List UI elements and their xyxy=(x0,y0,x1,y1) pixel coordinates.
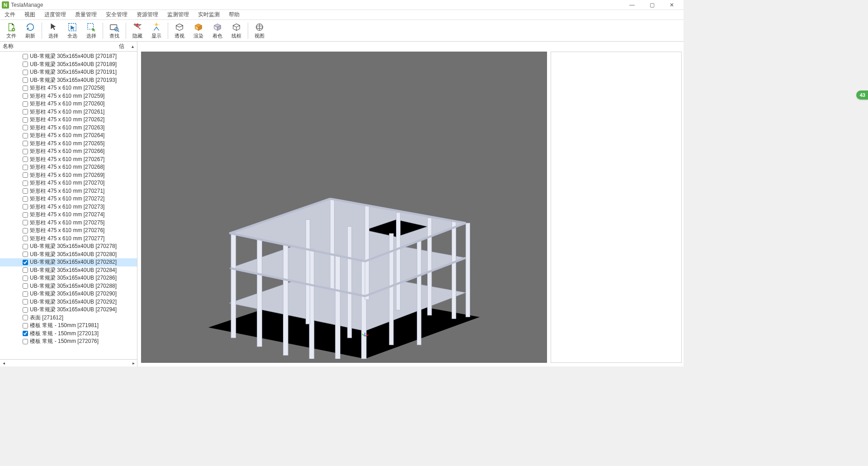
tree-item-checkbox[interactable] xyxy=(23,307,28,313)
tree-item[interactable]: UB-常规梁 305x165x40UB [270278] xyxy=(0,243,137,251)
tree-item[interactable]: UB-常规梁 305x165x40UB [270286] xyxy=(0,274,137,282)
tree-item-checkbox[interactable] xyxy=(23,252,28,257)
render-button[interactable]: 渲染 xyxy=(189,21,208,41)
tree-item-checkbox[interactable] xyxy=(23,101,28,107)
show-button[interactable]: 显示 xyxy=(147,21,166,41)
tree-item[interactable]: 矩形柱 475 x 610 mm [270266] xyxy=(0,147,137,156)
menu-item[interactable]: 资源管理 xyxy=(135,10,160,19)
menu-item[interactable]: 实时监测 xyxy=(196,10,222,19)
tree-item[interactable]: UB-常规梁 305x165x40UB [270187] xyxy=(0,52,137,61)
tree-item-checkbox[interactable] xyxy=(23,236,28,241)
tree-item-checkbox[interactable] xyxy=(23,165,28,170)
tree-item-checkbox[interactable] xyxy=(23,323,28,328)
tree-item-checkbox[interactable] xyxy=(23,86,28,91)
tree-item[interactable]: 矩形柱 475 x 610 mm [270261] xyxy=(0,108,137,116)
tree-item-checkbox[interactable] xyxy=(23,204,28,209)
tree-item-checkbox[interactable] xyxy=(23,276,28,281)
tree-item[interactable]: 矩形柱 475 x 610 mm [270274] xyxy=(0,211,137,219)
tree-item[interactable]: 矩形柱 475 x 610 mm [270258] xyxy=(0,84,137,92)
tree-item[interactable]: 楼板 常规 - 150mm [271981] xyxy=(0,322,137,330)
tree-item[interactable]: 矩形柱 475 x 610 mm [270269] xyxy=(0,171,137,180)
tree-item[interactable]: UB-常规梁 305x165x40UB [270288] xyxy=(0,282,137,290)
menu-item[interactable]: 视图 xyxy=(23,10,37,19)
tree-item[interactable]: 矩形柱 475 x 610 mm [270273] xyxy=(0,203,137,211)
tree-item-checkbox[interactable] xyxy=(23,228,28,233)
tree-header-sort-icon[interactable]: ▲ xyxy=(131,44,137,49)
select-all-button[interactable]: 全选 xyxy=(63,21,82,41)
hscroll-left-button[interactable]: ◂ xyxy=(0,361,7,366)
tree-item-checkbox[interactable] xyxy=(23,212,28,218)
tree-item-checkbox[interactable] xyxy=(23,117,28,123)
refresh-button[interactable]: 刷新 xyxy=(21,21,40,41)
3d-viewport[interactable] xyxy=(141,52,547,363)
tree-header-info[interactable]: 信 xyxy=(119,43,131,50)
tree-item-checkbox[interactable] xyxy=(23,299,28,304)
tree-item[interactable]: 矩形柱 475 x 610 mm [270263] xyxy=(0,124,137,132)
tree-item-checkbox[interactable] xyxy=(23,315,28,320)
tree-item[interactable]: 矩形柱 475 x 610 mm [270276] xyxy=(0,227,137,235)
tree-item[interactable]: 矩形柱 475 x 610 mm [270270] xyxy=(0,179,137,187)
perspective-button[interactable]: 透视 xyxy=(170,21,189,41)
tree-item[interactable]: 矩形柱 475 x 610 mm [270275] xyxy=(0,219,137,227)
menu-item[interactable]: 监测管理 xyxy=(165,10,191,19)
tree-item[interactable]: 矩形柱 475 x 610 mm [270262] xyxy=(0,116,137,124)
tree-item[interactable]: 矩形柱 475 x 610 mm [270264] xyxy=(0,132,137,140)
menu-item[interactable]: 质量管理 xyxy=(73,10,99,19)
tree-item-checkbox[interactable] xyxy=(23,196,28,202)
tree-item[interactable]: 矩形柱 475 x 610 mm [270268] xyxy=(0,163,137,171)
tree-item[interactable]: UB-常规梁 305x165x40UB [270189] xyxy=(0,61,137,69)
tree-item-checkbox[interactable] xyxy=(23,149,28,154)
find-button[interactable]: 查找 xyxy=(105,21,124,41)
tree-item-checkbox[interactable] xyxy=(23,283,28,289)
select-button[interactable]: 选择 xyxy=(82,21,101,41)
menu-item[interactable]: 进度管理 xyxy=(42,10,68,19)
pointer-button[interactable]: 选择 xyxy=(44,21,63,41)
tree-item-checkbox[interactable] xyxy=(23,77,28,83)
tree-item-checkbox[interactable] xyxy=(23,339,28,344)
hide-button[interactable]: 隐藏 xyxy=(128,21,147,41)
hscroll-right-button[interactable]: ▸ xyxy=(130,361,137,366)
tree-header-name[interactable]: 名称 xyxy=(0,43,119,50)
tree-item-checkbox[interactable] xyxy=(23,172,28,178)
tree-item[interactable]: 矩形柱 475 x 610 mm [270271] xyxy=(0,187,137,195)
tree-item-checkbox[interactable] xyxy=(23,54,28,59)
menu-item[interactable]: 安全管理 xyxy=(104,10,129,19)
tree-item-checkbox[interactable] xyxy=(23,70,28,75)
tree-item[interactable]: UB-常规梁 305x165x40UB [270292] xyxy=(0,298,137,306)
menu-item[interactable]: 帮助 xyxy=(227,10,241,19)
tree-item-checkbox[interactable] xyxy=(23,93,28,99)
tree-item[interactable]: 楼板 常规 - 150mm [272013] xyxy=(0,330,137,338)
tree-item-checkbox[interactable] xyxy=(23,220,28,225)
tree-item[interactable]: 矩形柱 475 x 610 mm [270259] xyxy=(0,92,137,100)
tree-item-checkbox[interactable] xyxy=(23,291,28,297)
tree-item-checkbox[interactable] xyxy=(23,260,28,265)
tree-item-checkbox[interactable] xyxy=(23,331,28,336)
tree-item[interactable]: 矩形柱 475 x 610 mm [270260] xyxy=(0,100,137,108)
tree-item-checkbox[interactable] xyxy=(23,181,28,186)
tree-item-checkbox[interactable] xyxy=(23,62,28,67)
maximize-button[interactable]: ▢ xyxy=(642,0,662,10)
tree-item-checkbox[interactable] xyxy=(23,133,28,138)
tree-item[interactable]: 表面 [271612] xyxy=(0,314,137,322)
file-button[interactable]: 文件 xyxy=(2,21,21,41)
tree-item[interactable]: 矩形柱 475 x 610 mm [270277] xyxy=(0,235,137,243)
tree-item[interactable]: UB-常规梁 305x165x40UB [270193] xyxy=(0,76,137,85)
tree-item-checkbox[interactable] xyxy=(23,244,28,249)
tree-item[interactable]: 矩形柱 475 x 610 mm [270265] xyxy=(0,140,137,148)
tree-item[interactable]: 矩形柱 475 x 610 mm [270272] xyxy=(0,195,137,203)
tree-item[interactable]: UB-常规梁 305x165x40UB [270191] xyxy=(0,68,137,76)
tree-item[interactable]: UB-常规梁 305x165x40UB [270290] xyxy=(0,290,137,298)
tree-body[interactable]: UB-常规梁 305x165x40UB [270187]UB-常规梁 305x1… xyxy=(0,52,137,359)
close-button[interactable]: ✕ xyxy=(662,0,682,10)
menu-item[interactable]: 文件 xyxy=(3,10,17,19)
view-button[interactable]: 视图 xyxy=(250,21,269,41)
tree-item[interactable]: 楼板 常规 - 150mm [272076] xyxy=(0,338,137,346)
tree-item[interactable]: UB-常规梁 305x165x40UB [270294] xyxy=(0,306,137,314)
shade-button[interactable]: 着色 xyxy=(208,21,227,41)
minimize-button[interactable]: — xyxy=(622,0,642,10)
wireframe-button[interactable]: 线框 xyxy=(227,21,246,41)
tree-item-checkbox[interactable] xyxy=(23,125,28,130)
tree-item-checkbox[interactable] xyxy=(23,267,28,273)
tree-item-checkbox[interactable] xyxy=(23,109,28,114)
tree-item[interactable]: UB-常规梁 305x165x40UB [270280] xyxy=(0,251,137,259)
